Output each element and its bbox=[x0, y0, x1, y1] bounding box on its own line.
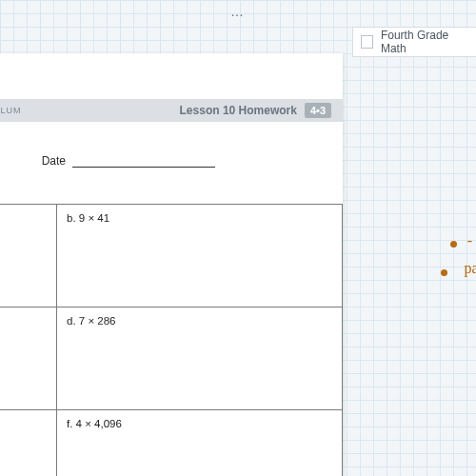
worksheet-page: CURRICULUM Lesson 10 Homework 4•3 Date h… bbox=[0, 53, 343, 476]
date-underline bbox=[72, 158, 215, 168]
bullet-icon bbox=[450, 241, 457, 248]
cell-a bbox=[0, 205, 57, 307]
bullet-icon bbox=[441, 269, 447, 276]
date-label: Date bbox=[42, 154, 66, 168]
toolbar-ellipsis[interactable]: … bbox=[0, 4, 476, 19]
table-row: d. 7 × 286 bbox=[0, 307, 343, 410]
cell-f: f. 4 × 4,096 bbox=[57, 410, 343, 476]
document-tab[interactable]: Fourth Grade Math bbox=[352, 27, 476, 57]
worksheet-table: b. 9 × 41 d. 7 × 286 f. 4 × 4,096 bbox=[0, 204, 343, 476]
cell-e bbox=[0, 410, 57, 476]
worksheet-header: CURRICULUM Lesson 10 Homework 4•3 bbox=[0, 99, 343, 122]
module-code: 4•3 bbox=[305, 103, 331, 118]
curriculum-label: CURRICULUM bbox=[0, 106, 22, 115]
checkbox-icon bbox=[361, 35, 373, 49]
cell-c bbox=[0, 307, 57, 409]
table-row: b. 9 × 41 bbox=[0, 205, 343, 307]
tab-label: Fourth Grade Math bbox=[381, 29, 468, 55]
date-line: Date bbox=[0, 154, 343, 168]
cell-b: b. 9 × 41 bbox=[57, 205, 343, 307]
table-row: f. 4 × 4,096 bbox=[0, 410, 343, 476]
cell-d: d. 7 × 286 bbox=[57, 307, 343, 409]
lesson-title: Lesson 10 Homework bbox=[180, 104, 297, 117]
handwriting-line2: par bbox=[465, 260, 476, 277]
handwriting-line1: - bbox=[467, 232, 472, 249]
fragment-text: hm. bbox=[0, 187, 343, 198]
